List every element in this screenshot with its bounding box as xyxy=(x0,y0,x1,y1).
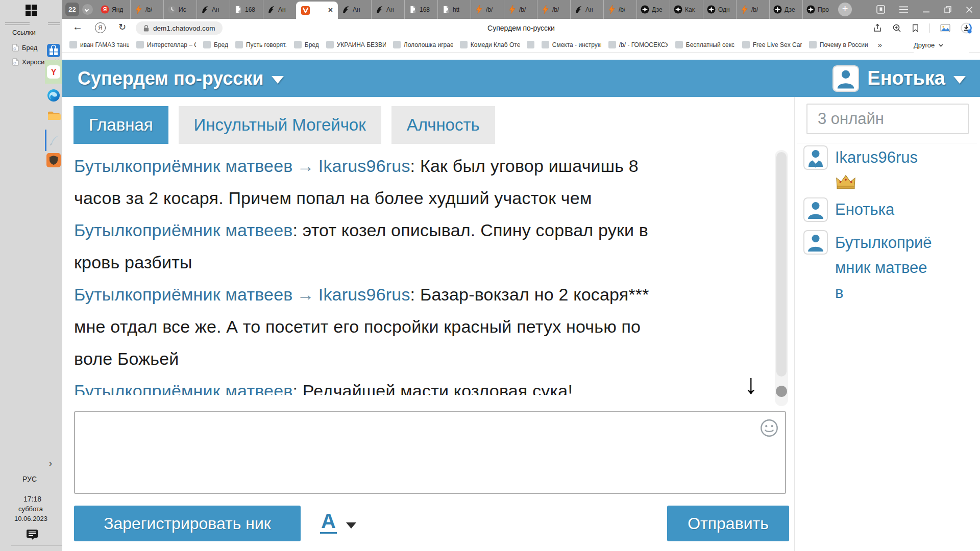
browser-tab-active[interactable]: × xyxy=(296,2,338,19)
bookmark-item[interactable]: Почему в России ста xyxy=(809,41,869,48)
room-tab[interactable]: Алчность xyxy=(391,106,495,144)
scrollbar-knob[interactable] xyxy=(776,386,787,397)
clock-weekday[interactable]: суббота xyxy=(18,505,43,513)
browser-tab[interactable]: Ан xyxy=(338,0,371,19)
minimize-button[interactable] xyxy=(923,6,930,13)
file-explorer-icon[interactable] xyxy=(45,109,62,121)
sidebar-panel-button[interactable] xyxy=(876,5,885,14)
user-dropdown-icon[interactable] xyxy=(953,76,966,84)
bookmarks-other-folder[interactable]: Другое xyxy=(914,38,969,53)
bookmark-item[interactable]: Бесплатный секс вид xyxy=(675,41,735,48)
online-user-row[interactable]: Ikarus96rus xyxy=(803,145,977,170)
bookmark-item[interactable]: Интерстеллар – Сине xyxy=(136,41,196,48)
bookmark-item[interactable]: Бред xyxy=(203,41,228,48)
room-title[interactable]: Супердем по-русски xyxy=(78,68,263,89)
emoji-smiley-icon[interactable] xyxy=(760,418,779,438)
clock-time[interactable]: 17:18 xyxy=(23,495,41,503)
online-user-name[interactable]: Ikarus96rus xyxy=(835,145,918,170)
tab-counter-button[interactable]: 22 xyxy=(65,3,79,16)
bookmark-item[interactable]: Смекта - инструкция xyxy=(542,41,601,48)
bookmark-item[interactable]: Лололошка играет в xyxy=(393,41,453,48)
quill-app-icon[interactable] xyxy=(45,130,62,151)
bookmark-item[interactable]: /b/ - ГОМОСЕКСУАЛ xyxy=(608,41,668,48)
browser-tab[interactable]: Ан xyxy=(570,0,603,19)
browser-tab[interactable]: Ис xyxy=(163,0,197,19)
downloads-icon[interactable] xyxy=(961,22,972,34)
microsoft-store-icon[interactable] xyxy=(45,44,62,57)
browser-tab[interactable]: /b/ xyxy=(537,0,570,19)
bookmark-item[interactable]: иван ГАМАЗ танцует xyxy=(69,41,129,48)
browser-tab[interactable]: /b/ xyxy=(130,0,163,19)
browser-home-icon[interactable]: Я xyxy=(95,22,106,33)
browser-tab[interactable]: Одн xyxy=(703,0,736,19)
yandex-browser-icon[interactable]: Y xyxy=(45,60,62,84)
font-dropdown-icon[interactable] xyxy=(346,522,356,529)
windows-logo-icon[interactable] xyxy=(26,5,37,16)
url-field[interactable]: dem1.chatovod.com xyxy=(136,21,223,35)
browser-tab[interactable]: Дзе xyxy=(769,0,802,19)
online-user-row[interactable]: Енотька xyxy=(803,197,977,222)
browser-tab[interactable]: Как xyxy=(670,0,703,19)
message-recipient-link[interactable]: Ikarus96rus xyxy=(318,285,410,304)
back-button[interactable]: ← xyxy=(72,21,83,33)
browser-tab[interactable]: Ан xyxy=(263,0,296,19)
message-author-link[interactable]: Бутылкоприёмник матвеев xyxy=(74,285,293,304)
browser-tab[interactable]: /b/ xyxy=(603,0,636,19)
taskbar-expand-chevron[interactable]: › xyxy=(49,458,52,469)
bookmark-item[interactable]: Free Live Sex Cams - xyxy=(742,41,802,48)
browser-tab[interactable]: ЯЯнд xyxy=(97,0,130,19)
maximize-button[interactable] xyxy=(944,6,951,13)
taskbar-link-item[interactable]: Бред xyxy=(12,44,37,52)
bookmark-item[interactable]: Бред xyxy=(294,41,319,48)
defender-icon[interactable] xyxy=(45,153,62,167)
clock-date[interactable]: 10.06.2023 xyxy=(14,515,47,522)
toolbar-grip[interactable] xyxy=(5,22,30,25)
browser-tab[interactable]: /b/ xyxy=(471,0,504,19)
bookmark-page-icon[interactable] xyxy=(912,24,919,33)
new-tab-button[interactable]: + xyxy=(838,3,852,16)
edge-icon[interactable] xyxy=(45,89,62,102)
toolbar-grip[interactable] xyxy=(48,22,60,25)
message-author-link[interactable]: Бутылкоприёмник матвеев xyxy=(74,220,293,240)
room-dropdown-icon[interactable] xyxy=(272,76,284,84)
bookmark-item[interactable]: Пусть говорят. xyxy=(235,41,287,48)
bookmark-item[interactable] xyxy=(527,41,534,48)
scrollbar-thumb[interactable] xyxy=(776,152,787,377)
chat-scrollbar[interactable] xyxy=(775,150,788,406)
font-style-label[interactable]: A xyxy=(320,510,337,534)
message-author-link[interactable]: Бутылкоприёмник матвеев xyxy=(74,156,293,176)
send-button[interactable]: Отправить xyxy=(667,506,789,541)
bookmark-item[interactable]: Комеди Клаб Отец и xyxy=(460,41,520,48)
browser-tab[interactable]: htt xyxy=(437,0,471,19)
room-tab[interactable]: Главная xyxy=(74,106,168,144)
share-icon[interactable] xyxy=(873,23,882,33)
zoom-in-icon[interactable] xyxy=(892,23,901,33)
notification-center-icon[interactable] xyxy=(27,530,38,540)
close-button[interactable] xyxy=(966,6,973,13)
online-user-name[interactable]: Бутылкоприёмник матвеев xyxy=(835,230,935,305)
tab-list-chevron-icon[interactable] xyxy=(82,4,93,15)
reload-button[interactable]: ↻ xyxy=(118,21,126,33)
bookmarks-overflow-chevron[interactable]: » xyxy=(876,40,882,49)
message-input[interactable] xyxy=(75,412,785,493)
message-recipient-link[interactable]: Ikarus96rus xyxy=(318,156,410,176)
browser-tab[interactable]: Ан xyxy=(197,0,230,19)
message-author-link[interactable]: Бутылкоприёмник матвеев xyxy=(74,381,293,395)
browser-tab[interactable]: /b/ xyxy=(736,0,769,19)
tab-close-icon[interactable]: × xyxy=(328,6,333,14)
browser-tab[interactable]: 168 xyxy=(404,0,437,19)
online-user-row[interactable]: Бутылкоприёмник матвеев xyxy=(803,230,977,305)
online-user-name[interactable]: Енотька xyxy=(835,197,894,222)
room-tab[interactable]: Инсультный Могейчок xyxy=(179,106,381,144)
browser-tab[interactable]: Дзе xyxy=(636,0,670,19)
current-user-menu[interactable]: Енотька xyxy=(832,60,966,97)
menu-button[interactable] xyxy=(899,6,909,13)
browser-tab[interactable]: Ан xyxy=(371,0,404,19)
bookmark-item[interactable]: УКРАИНА БЕЗВИЗ : п xyxy=(326,41,386,48)
browser-tab[interactable]: 168 xyxy=(230,0,263,19)
browser-tab[interactable]: /b/ xyxy=(504,0,537,19)
browser-tab[interactable]: Про xyxy=(802,0,835,19)
font-style-control[interactable]: A xyxy=(320,510,356,534)
collections-icon[interactable] xyxy=(940,23,950,33)
scroll-to-bottom-arrow-icon[interactable]: ↓ xyxy=(744,368,758,399)
